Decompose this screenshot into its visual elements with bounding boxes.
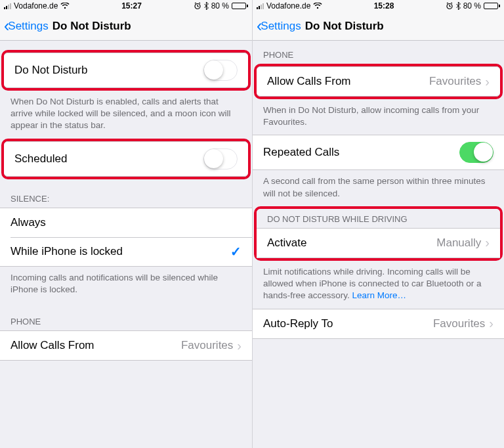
chevron-right-icon: ›: [485, 235, 490, 250]
highlight-dnd: Do Not Disturb: [1, 50, 251, 91]
phone-header: PHONE: [253, 41, 504, 64]
auto-reply-label: Auto-Reply To: [263, 317, 333, 330]
allow-calls-row-left[interactable]: Allow Calls From Favourites ›: [0, 331, 252, 360]
clock: 15:27: [121, 1, 142, 11]
signal-icon: [257, 3, 264, 9]
battery-icon: [232, 3, 248, 9]
back-label: Settings: [8, 20, 48, 33]
silence-always-row[interactable]: Always: [0, 208, 252, 237]
silence-header: SILENCE:: [0, 179, 252, 208]
battery-pct: 80 %: [463, 1, 481, 11]
allow-calls-footer: When in Do Not Disturb, allow incoming c…: [253, 99, 504, 135]
dnd-label: Do Not Disturb: [14, 64, 87, 77]
chevron-right-icon: ›: [489, 316, 494, 331]
nav-title: Do Not Disturb: [305, 20, 384, 33]
repeated-calls-switch[interactable]: [459, 142, 494, 163]
screen-left: Vodafone.de 15:27 80 % ‹ Settings Do Not…: [0, 0, 252, 448]
status-bar: Vodafone.de 15:28 80 %: [253, 0, 504, 12]
wifi-icon: [60, 3, 70, 9]
scheduled-row[interactable]: Scheduled: [4, 142, 248, 176]
alarm-icon: [446, 2, 453, 10]
driving-header: DO NOT DISTURB WHILE DRIVING: [257, 209, 500, 228]
battery-icon: [484, 3, 500, 9]
scheduled-switch[interactable]: [203, 148, 238, 169]
carrier-label: Vodafone.de: [14, 1, 58, 11]
dnd-switch[interactable]: [203, 60, 238, 81]
activate-row[interactable]: Activate Manually ›: [257, 229, 500, 258]
back-label: Settings: [261, 20, 301, 33]
bluetooth-icon: [456, 2, 461, 10]
clock: 15:28: [374, 1, 394, 11]
screen-right: Vodafone.de 15:28 80 % ‹ Settings Do Not…: [252, 0, 504, 448]
activate-label: Activate: [267, 236, 306, 250]
chevron-right-icon: ›: [485, 74, 490, 89]
nav-bar: ‹ Settings Do Not Disturb: [0, 12, 252, 41]
highlight-scheduled: Scheduled: [1, 139, 251, 179]
activate-value: Manually: [436, 236, 481, 250]
silence-always-label: Always: [10, 216, 46, 229]
nav-bar: ‹ Settings Do Not Disturb: [253, 12, 504, 41]
allow-calls-value-left: Favourites: [181, 339, 233, 352]
allow-calls-label-left: Allow Calls From: [10, 339, 94, 352]
repeated-calls-footer: A second call from the same person withi…: [253, 170, 504, 206]
silence-locked-row[interactable]: While iPhone is locked ✓: [0, 237, 252, 266]
allow-calls-label: Allow Calls From: [267, 75, 351, 88]
scheduled-label: Scheduled: [14, 152, 67, 166]
allow-calls-value: Favourites: [429, 75, 481, 88]
repeated-calls-label: Repeated Calls: [263, 146, 339, 159]
chevron-right-icon: ›: [237, 338, 242, 353]
status-bar: Vodafone.de 15:27 80 %: [0, 0, 252, 12]
dnd-row[interactable]: Do Not Disturb: [4, 53, 248, 87]
wifi-icon: [313, 3, 322, 9]
dnd-footer: When Do Not Disturb is enabled, calls an…: [0, 91, 252, 139]
repeated-calls-row[interactable]: Repeated Calls: [253, 135, 504, 169]
silence-locked-label: While iPhone is locked: [10, 245, 123, 258]
auto-reply-row[interactable]: Auto-Reply To Favourites ›: [253, 309, 504, 338]
driving-footer: Limit notifications while driving. Incom…: [253, 261, 504, 309]
back-button[interactable]: ‹ Settings: [257, 18, 301, 34]
checkmark-icon: ✓: [230, 244, 242, 259]
highlight-allow-calls: Allow Calls From Favourites ›: [254, 64, 503, 99]
bluetooth-icon: [204, 2, 209, 10]
battery-pct: 80 %: [211, 1, 229, 11]
silence-footer: Incoming calls and notifications will be…: [0, 267, 252, 302]
highlight-driving: DO NOT DISTURB WHILE DRIVING Activate Ma…: [254, 206, 503, 261]
nav-title: Do Not Disturb: [52, 20, 131, 33]
back-button[interactable]: ‹ Settings: [4, 18, 49, 34]
alarm-icon: [194, 2, 201, 10]
auto-reply-value: Favourites: [433, 317, 485, 330]
learn-more-link[interactable]: Learn More…: [352, 290, 407, 300]
allow-calls-row[interactable]: Allow Calls From Favourites ›: [257, 67, 500, 96]
signal-icon: [4, 3, 11, 9]
phone-header-left: PHONE: [0, 302, 252, 330]
carrier-label: Vodafone.de: [266, 1, 310, 11]
